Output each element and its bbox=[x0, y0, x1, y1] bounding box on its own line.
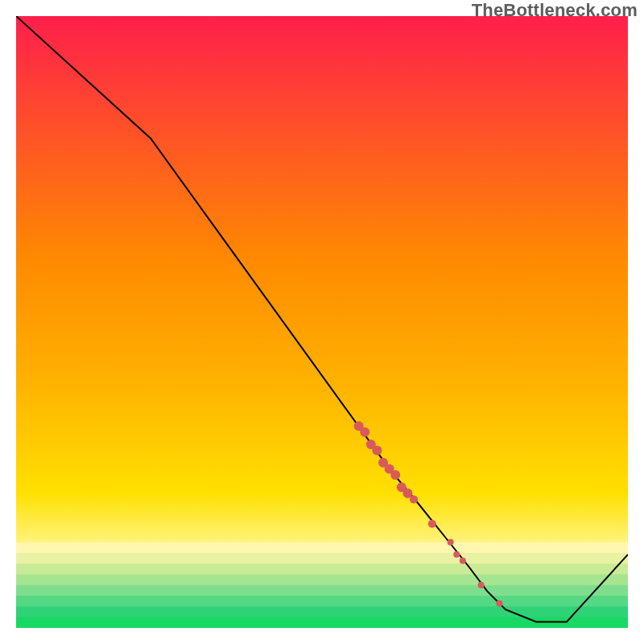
chart-green-striations bbox=[16, 543, 628, 628]
curve-marker bbox=[360, 427, 369, 437]
curve-marker bbox=[460, 557, 466, 564]
watermark-text: TheBottleneck.com bbox=[472, 0, 638, 21]
svg-rect-7 bbox=[16, 606, 628, 617]
curve-marker bbox=[428, 520, 436, 528]
svg-rect-2 bbox=[16, 553, 628, 564]
curve-marker bbox=[496, 601, 502, 607]
svg-rect-1 bbox=[16, 543, 628, 554]
curve-marker bbox=[478, 582, 485, 588]
curve-marker bbox=[390, 470, 400, 480]
chart-background-gradient bbox=[16, 16, 628, 628]
svg-rect-6 bbox=[16, 596, 628, 607]
svg-rect-5 bbox=[16, 585, 628, 597]
svg-rect-3 bbox=[16, 564, 628, 575]
curve-marker bbox=[372, 446, 382, 456]
curve-marker bbox=[410, 495, 418, 503]
chart-frame: TheBottleneck.com bbox=[0, 0, 644, 644]
plot-area bbox=[16, 16, 628, 628]
svg-rect-4 bbox=[16, 575, 628, 586]
plot-svg bbox=[16, 16, 628, 628]
curve-marker bbox=[453, 551, 460, 558]
curve-marker bbox=[448, 539, 454, 546]
